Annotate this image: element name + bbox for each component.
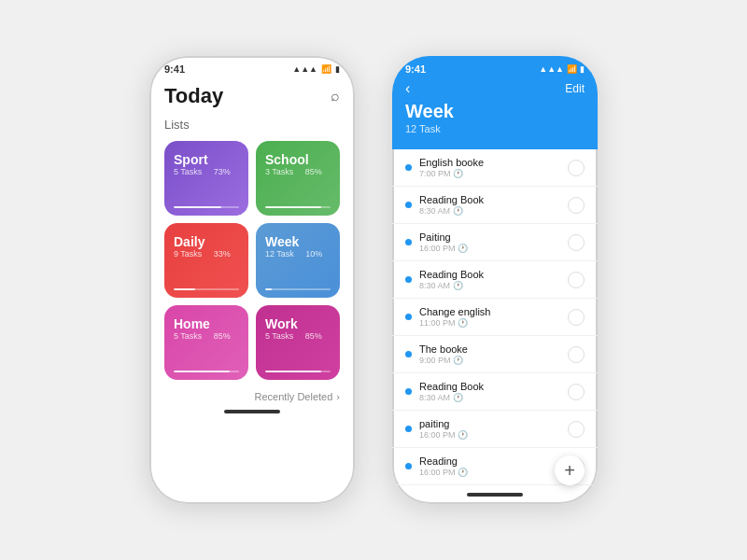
- home-indicator: [224, 410, 280, 413]
- task-name: The booke: [419, 343, 560, 355]
- card-meta-sport: 5 Tasks 73%: [174, 167, 239, 176]
- task-name: Change english: [419, 306, 560, 317]
- task-list: English booke 7:00 PM 🕐 Reading Book 8:3…: [392, 149, 598, 485]
- battery-icon-week: ▮: [580, 64, 585, 74]
- card-meta-home: 5 Tasks 85%: [174, 331, 239, 341]
- task-dot: [405, 164, 412, 171]
- status-bar-today: 9:41 ▲▲▲ 📶 ▮: [149, 56, 355, 78]
- task-name: Reading: [419, 455, 560, 467]
- task-time: 8:30 AM 🕐: [419, 206, 560, 216]
- card-progress-fill-week: [265, 288, 272, 290]
- task-time: 16:00 PM 🕐: [419, 244, 560, 253]
- task-time: 16:00 PM 🕐: [419, 430, 560, 440]
- card-school[interactable]: School 3 Tasks 85%: [256, 141, 340, 216]
- task-item[interactable]: Reading Book 8:30 AM 🕐: [392, 373, 598, 411]
- card-meta-daily: 9 Tasks 33%: [174, 249, 239, 259]
- card-daily[interactable]: Daily 9 Tasks 33%: [164, 223, 248, 298]
- task-time: 8:30 AM 🕐: [419, 393, 560, 402]
- wifi-icon: 📶: [321, 64, 331, 74]
- home-indicator-week: [467, 493, 523, 497]
- task-item[interactable]: paiting 16:00 PM 🕐: [392, 411, 598, 448]
- task-info: Paiting 16:00 PM 🕐: [419, 231, 560, 253]
- task-checkbox[interactable]: [568, 346, 585, 363]
- task-dot: [405, 463, 412, 469]
- task-item[interactable]: Reading Book 8:30 AM 🕐: [392, 261, 598, 299]
- search-icon[interactable]: ⌕: [331, 88, 340, 105]
- task-item[interactable]: Change english 11:00 PM 🕐: [392, 299, 598, 336]
- card-week[interactable]: Week 12 Task 10%: [256, 223, 340, 298]
- card-sport[interactable]: Sport 5 Tasks 73%: [164, 141, 248, 216]
- card-meta-school: 3 Tasks 85%: [265, 167, 331, 176]
- card-progress-school: [265, 206, 331, 208]
- card-progress-work: [265, 371, 331, 372]
- task-item[interactable]: The booke 9:00 PM 🕐: [392, 336, 598, 373]
- back-icon[interactable]: ‹: [405, 80, 410, 97]
- card-progress-daily: [174, 288, 239, 290]
- task-info: Reading Book 8:30 AM 🕐: [419, 194, 560, 216]
- card-progress-home: [174, 371, 239, 372]
- task-checkbox[interactable]: [568, 234, 585, 251]
- card-home[interactable]: Home 5 Tasks 85%: [164, 305, 248, 380]
- task-name: Reading Book: [419, 269, 560, 280]
- task-info: The booke 9:00 PM 🕐: [419, 343, 560, 365]
- card-meta-week: 12 Task 10%: [265, 249, 331, 259]
- task-item[interactable]: English booke 7:00 PM 🕐: [392, 149, 598, 187]
- card-progress-fill-home: [174, 371, 230, 372]
- task-dot: [405, 314, 412, 320]
- card-title-daily: Daily: [174, 234, 239, 249]
- add-task-button[interactable]: +: [555, 455, 585, 485]
- task-dot: [405, 276, 412, 283]
- wifi-icon-week: 📶: [567, 64, 577, 74]
- page-title: Today: [164, 84, 223, 108]
- lists-label: Lists: [164, 118, 340, 132]
- phone-week: 9:41 ▲▲▲ 📶 ▮ ‹ Edit Week 12 Task English…: [392, 56, 598, 504]
- chevron-right-icon: ›: [336, 391, 340, 402]
- task-info: English booke 7:00 PM 🕐: [419, 157, 560, 178]
- task-info: paiting 16:00 PM 🕐: [419, 418, 560, 440]
- task-dot: [405, 202, 412, 208]
- task-info: Change english 11:00 PM 🕐: [419, 306, 560, 328]
- task-info: Reading Book 8:30 AM 🕐: [419, 381, 560, 402]
- status-icons-today: ▲▲▲ 📶 ▮: [292, 64, 340, 74]
- task-checkbox[interactable]: [568, 421, 585, 438]
- task-checkbox[interactable]: [568, 384, 585, 400]
- recently-deleted-label: Recently Deleted: [255, 391, 333, 402]
- status-icons-week: ▲▲▲ 📶 ▮: [539, 64, 585, 74]
- card-progress-fill-sport: [174, 206, 221, 208]
- card-progress-fill-daily: [174, 288, 195, 290]
- task-count: 12 Task: [405, 123, 585, 134]
- task-item[interactable]: Paiting 16:00 PM 🕐: [392, 224, 598, 261]
- task-checkbox[interactable]: [568, 309, 585, 326]
- status-bar-week: 9:41 ▲▲▲ 📶 ▮: [405, 63, 585, 75]
- task-checkbox[interactable]: [568, 272, 585, 288]
- phone-today: 9:41 ▲▲▲ 📶 ▮ Today ⌕ Lists Sport 5 Tasks…: [149, 56, 355, 504]
- signal-icon: ▲▲▲: [292, 64, 317, 74]
- card-progress-fill-work: [265, 371, 321, 372]
- card-meta-work: 5 Tasks 85%: [265, 331, 331, 341]
- task-name: Paiting: [419, 231, 560, 243]
- time-today: 9:41: [164, 63, 185, 75]
- card-title-school: School: [265, 152, 331, 167]
- time-week: 9:41: [405, 63, 426, 75]
- card-title-home: Home: [174, 316, 239, 331]
- task-checkbox[interactable]: [568, 160, 585, 176]
- task-time: 11:00 PM 🕐: [419, 318, 560, 328]
- task-item[interactable]: Reading Book 8:30 AM 🕐: [392, 187, 598, 224]
- card-title-work: Work: [265, 316, 331, 331]
- task-dot: [405, 351, 412, 357]
- task-dot: [405, 426, 412, 432]
- task-name: Reading Book: [419, 194, 560, 205]
- task-time: 9:00 PM 🕐: [419, 356, 560, 365]
- card-work[interactable]: Work 5 Tasks 85%: [256, 305, 340, 380]
- task-name: Reading Book: [419, 381, 560, 392]
- task-checkbox[interactable]: [568, 197, 585, 214]
- card-progress-sport: [174, 206, 239, 208]
- task-name: English booke: [419, 157, 560, 168]
- recently-deleted[interactable]: Recently Deleted ›: [149, 380, 355, 402]
- card-progress-fill-school: [265, 206, 321, 208]
- task-time: 8:30 AM 🕐: [419, 281, 560, 290]
- lists-section: Lists Sport 5 Tasks 73% School 3 Tasks 8…: [149, 118, 355, 380]
- task-time: 16:00 PM 🕐: [419, 468, 560, 477]
- today-header: Today ⌕: [149, 78, 355, 118]
- edit-button[interactable]: Edit: [565, 82, 585, 95]
